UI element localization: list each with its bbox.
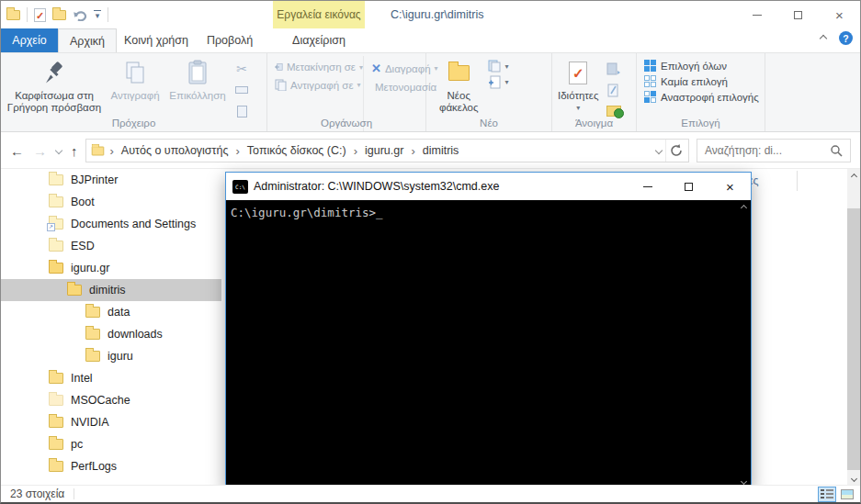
- tree-item-msocache[interactable]: MSOCache: [1, 389, 221, 411]
- group-label-new: Νέο: [426, 118, 551, 129]
- console-scrollbar[interactable]: [737, 200, 751, 488]
- select-none-icon: [644, 75, 656, 87]
- cut-button[interactable]: ✂: [231, 60, 253, 78]
- tab-manage[interactable]: Διαχείριση: [273, 28, 365, 52]
- scroll-up-button[interactable]: [737, 200, 751, 215]
- invert-selection-button[interactable]: Αναστροφή επιλογής: [644, 91, 765, 103]
- minimize-button[interactable]: [736, 1, 777, 28]
- new-item-button[interactable]: ▾: [488, 60, 509, 73]
- scrollbar-thumb[interactable]: [847, 208, 860, 470]
- recent-locations-dropdown[interactable]: [55, 147, 62, 154]
- new-folder-quick-icon[interactable]: [52, 10, 66, 20]
- ribbon: Καρφίτσωμα στη Γρήγορη πρόσβαση Αντιγραφ…: [1, 53, 860, 132]
- tree-item-downloads[interactable]: downloads: [1, 323, 221, 345]
- breadcrumb-iguru-gr[interactable]: iguru.gr: [365, 144, 403, 157]
- move-to-button[interactable]: Μετακίνηση σε▾: [275, 62, 363, 73]
- address-bar[interactable]: › Αυτός ο υπολογιστής › Τοπικός δίσκος (…: [85, 139, 690, 162]
- console-output[interactable]: C:\iguru.gr\dimitris>_: [226, 200, 751, 488]
- tree-item-pc[interactable]: pc: [1, 433, 221, 455]
- ribbon-group-clipboard: Καρφίτσωμα στη Γρήγορη πρόσβαση Αντιγραφ…: [1, 53, 267, 131]
- help-icon[interactable]: ?: [839, 31, 853, 45]
- close-icon: ×: [835, 8, 844, 22]
- tree-item-documents-and-settings[interactable]: Documents and Settings: [1, 213, 221, 235]
- group-label-clipboard: Πρόχειρο: [1, 118, 266, 129]
- easy-access-button[interactable]: ▾: [488, 75, 509, 89]
- navigation-pane: BJPrinter Boot Documents and Settings ES…: [1, 169, 221, 487]
- undo-icon[interactable]: [73, 8, 87, 21]
- file-explorer-window: ✓ ▾ Εργαλεία εικόνας C:\iguru.gr\dimitri…: [0, 0, 861, 504]
- copy-path-button[interactable]: [231, 81, 253, 99]
- tree-item-perflogs[interactable]: PerfLogs: [1, 455, 221, 477]
- history-icon: [606, 106, 621, 117]
- tree-item-esd[interactable]: ESD: [1, 235, 221, 257]
- tree-item-nvidia[interactable]: NVIDIA: [1, 411, 221, 433]
- ribbon-group-new: Νέος φάκελος ▾ ▾ Νέο: [426, 53, 552, 131]
- folder-icon: [49, 417, 63, 428]
- select-all-button[interactable]: Επιλογή όλων: [644, 60, 765, 72]
- open-folder-icon: [49, 263, 63, 274]
- details-view-button[interactable]: [818, 487, 836, 502]
- tab-file[interactable]: Αρχείο: [1, 28, 58, 52]
- minimize-icon: [753, 15, 762, 16]
- breadcrumb-local-disk-c[interactable]: Τοπικός δίσκος (C:): [247, 144, 346, 157]
- folder-icon: [49, 439, 63, 450]
- close-button[interactable]: ×: [819, 1, 860, 28]
- cmd-close-button[interactable]: ×: [709, 173, 751, 200]
- open-folder-icon: [67, 285, 82, 296]
- thumbnails-view-button[interactable]: [838, 487, 856, 502]
- file-list-scrollbar[interactable]: [847, 169, 860, 487]
- tree-item-dimitris[interactable]: dimitris: [1, 279, 221, 301]
- cmd-title-bar[interactable]: C:\ Administrator: C:\WINDOWS\system32\c…: [226, 173, 751, 200]
- tree-item-bjprinter[interactable]: BJPrinter: [1, 169, 221, 191]
- tree-item-boot[interactable]: Boot: [1, 191, 221, 213]
- address-dropdown-icon[interactable]: [655, 147, 663, 154]
- window-caption-buttons: ×: [736, 1, 860, 28]
- collapse-ribbon-icon[interactable]: [820, 34, 827, 41]
- scroll-up-button[interactable]: [847, 169, 860, 185]
- open-with-button[interactable]: [603, 60, 625, 78]
- cmd-maximize-button[interactable]: [668, 173, 709, 200]
- folder-icon: [85, 351, 100, 362]
- open-with-icon: [606, 62, 621, 75]
- new-folder-icon: [448, 58, 470, 87]
- back-button[interactable]: ←: [10, 143, 24, 159]
- tree-item-iguru[interactable]: iguru: [1, 345, 221, 367]
- search-placeholder: Αναζήτηση: di...: [705, 144, 782, 157]
- delete-x-icon: ✕: [371, 62, 381, 75]
- refresh-icon[interactable]: [670, 144, 688, 157]
- up-button[interactable]: ↑: [71, 143, 78, 159]
- tree-item-iguru-gr[interactable]: iguru.gr: [1, 257, 221, 279]
- delete-button[interactable]: ✕ Διαγραφή▾: [371, 62, 425, 75]
- rename-button[interactable]: Μετονομασία: [371, 82, 425, 93]
- edit-button[interactable]: [603, 81, 625, 99]
- cmd-minimize-button[interactable]: [627, 173, 668, 200]
- clipboard-icon: [187, 58, 208, 87]
- move-to-icon: [275, 62, 283, 73]
- customize-qat-dropdown[interactable]: ▾: [94, 10, 101, 19]
- ribbon-group-open: ✓ Ιδιότητες ▾ Άνοιγμα: [552, 53, 637, 131]
- breadcrumb: › Αυτός ο υπολογιστής › Τοπικός δίσκος (…: [105, 144, 459, 158]
- tree-item-data[interactable]: data: [1, 301, 221, 323]
- console-prompt: C:\iguru.gr\dimitris>: [231, 206, 376, 219]
- search-input[interactable]: Αναζήτηση: di...: [697, 139, 851, 162]
- tree-item-intel[interactable]: Intel: [1, 367, 221, 389]
- console-cursor: _: [376, 206, 383, 219]
- tab-view[interactable]: Προβολή: [196, 28, 264, 52]
- cmd-window[interactable]: C:\ Administrator: C:\WINDOWS\system32\c…: [225, 172, 752, 489]
- maximize-button[interactable]: [777, 1, 819, 28]
- folder-icon: [49, 373, 63, 384]
- tab-share[interactable]: Κοινή χρήση: [117, 28, 196, 52]
- breadcrumb-dimitris[interactable]: dimitris: [423, 144, 459, 157]
- select-all-icon: [644, 60, 656, 72]
- cmd-window-title: Administrator: C:\WINDOWS\system32\cmd.e…: [254, 180, 499, 193]
- maximize-icon: [794, 11, 802, 19]
- title-bar: ✓ ▾ Εργαλεία εικόνας C:\iguru.gr\dimitri…: [1, 1, 860, 28]
- forward-button[interactable]: →: [33, 143, 47, 159]
- tab-home[interactable]: Αρχική: [58, 28, 117, 52]
- properties-quick-icon[interactable]: ✓: [34, 8, 46, 22]
- select-none-button[interactable]: Καμία επιλογή: [644, 75, 765, 87]
- copy-to-button[interactable]: Αντιγραφή σε▾: [275, 79, 363, 91]
- breadcrumb-this-pc[interactable]: Αυτός ο υπολογιστής: [121, 144, 229, 157]
- close-icon: ×: [726, 180, 734, 194]
- main-area: BJPrinter Boot Documents and Settings ES…: [1, 169, 860, 487]
